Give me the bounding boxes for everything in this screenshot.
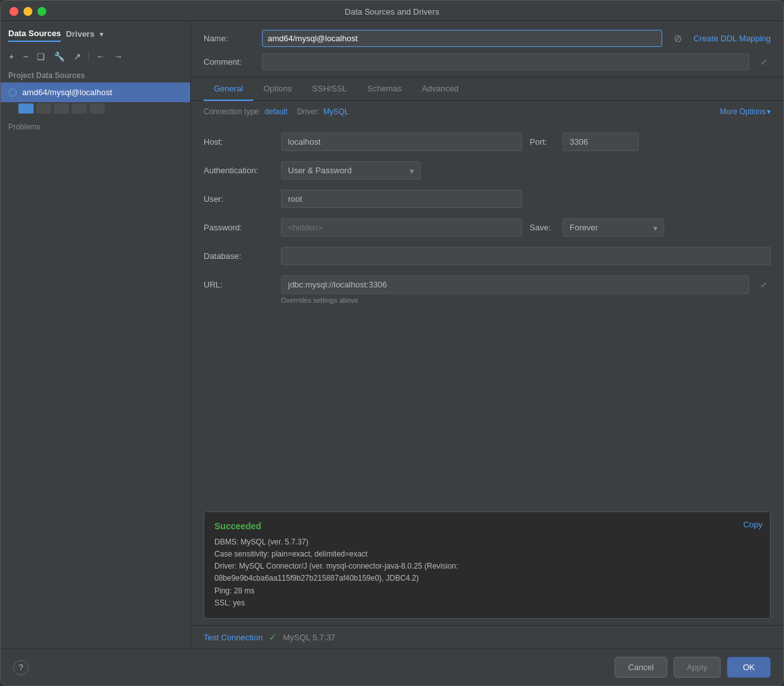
- status-succeeded-label: Succeeded: [214, 521, 760, 531]
- expand-url-button[interactable]: ⤢: [757, 279, 771, 291]
- sub-icon-2: [36, 103, 51, 114]
- wrench-button[interactable]: 🔧: [51, 49, 68, 63]
- save-select-wrapper: Forever Until restart Never: [563, 218, 664, 237]
- save-label: Save:: [530, 223, 555, 232]
- url-label: URL:: [204, 280, 273, 289]
- conn-separator: [291, 107, 293, 116]
- problems-section: Problems: [1, 117, 190, 136]
- url-row: URL: ⤢ Overrides settings above: [204, 275, 771, 304]
- expand-comment-button[interactable]: ⤢: [757, 56, 771, 68]
- tab-schemas[interactable]: Schemas: [357, 77, 412, 101]
- comment-label: Comment:: [204, 57, 254, 67]
- test-connection-check: ✓: [269, 632, 277, 642]
- name-input[interactable]: [262, 30, 662, 47]
- auth-select-wrapper: User & Password No auth Username only: [281, 161, 421, 180]
- form-content: Host: Port: Authentication: User & Passw…: [191, 122, 783, 511]
- user-row: User:: [204, 190, 771, 208]
- copy-button[interactable]: Copy: [743, 520, 762, 529]
- maximize-button[interactable]: [37, 7, 46, 16]
- sub-icon-4: [72, 103, 87, 114]
- url-row-inner: URL: ⤢: [204, 275, 771, 294]
- minimize-button[interactable]: [23, 7, 32, 16]
- content-header: Name: ⊘ Create DDL Mapping Comment: ⤢: [191, 21, 783, 77]
- dialog-title: Data Sources and Drivers: [345, 7, 440, 16]
- content-area: Name: ⊘ Create DDL Mapping Comment: ⤢ Ge…: [191, 21, 783, 649]
- clear-name-button[interactable]: ⊘: [670, 31, 686, 46]
- add-button[interactable]: +: [6, 49, 17, 63]
- host-input[interactable]: [281, 133, 522, 151]
- test-connection-version: MySQL 5.7.37: [283, 633, 336, 642]
- save-select[interactable]: Forever Until restart Never: [563, 218, 664, 237]
- test-connection-button[interactable]: Test Connection: [204, 633, 263, 642]
- sub-icon-3: [54, 103, 69, 114]
- title-bar: Data Sources and Drivers: [1, 1, 783, 21]
- export-button[interactable]: ↗: [70, 49, 84, 63]
- password-label: Password:: [204, 223, 273, 232]
- sub-icon-5: [89, 103, 105, 114]
- url-input[interactable]: [281, 275, 749, 294]
- sidebar-tabs: Data Sources Drivers ▾: [1, 21, 190, 47]
- url-hint: Overrides settings above: [204, 296, 771, 304]
- tab-ssh-ssl[interactable]: SSH/SSL: [302, 77, 357, 101]
- user-label: User:: [204, 194, 273, 204]
- status-details: DBMS: MySQL (ver. 5.7.37) Case sensitivi…: [214, 536, 760, 609]
- database-label: Database:: [204, 251, 273, 261]
- bottom-bar: ? Cancel Apply OK: [1, 649, 783, 685]
- copy-button[interactable]: ❏: [34, 49, 48, 63]
- auth-row: Authentication: User & Password No auth …: [204, 161, 771, 180]
- dialog-window: Data Sources and Drivers Data Sources Dr…: [0, 0, 784, 686]
- comment-row: Comment: ⤢: [204, 53, 771, 70]
- more-options-button[interactable]: More Options ▾: [720, 107, 771, 116]
- database-row: Database:: [204, 247, 771, 265]
- ok-button[interactable]: OK: [727, 657, 771, 678]
- tab-options[interactable]: Options: [253, 77, 302, 101]
- close-button[interactable]: [10, 7, 18, 16]
- auth-select[interactable]: User & Password No auth Username only: [281, 161, 421, 180]
- create-ddl-button[interactable]: Create DDL Mapping: [693, 34, 771, 43]
- sidebar-toolbar: + − ❏ 🔧 ↗ ← →: [1, 47, 190, 66]
- remove-button[interactable]: −: [20, 49, 31, 63]
- forward-button[interactable]: →: [110, 49, 126, 63]
- sidebar-item-amd64-mysql[interactable]: ⬡ amd64/mysql@localhost: [1, 82, 190, 102]
- tab-general[interactable]: General: [204, 77, 253, 101]
- sidebar-sub-icons: [1, 102, 190, 117]
- user-input[interactable]: [281, 190, 522, 208]
- conn-driver-value[interactable]: MySQL: [323, 107, 349, 116]
- comment-input[interactable]: [262, 53, 749, 70]
- tabs-bar: General Options SSH/SSL Schemas Advanced: [191, 77, 783, 101]
- host-port-row: Host: Port:: [204, 133, 771, 151]
- connection-bar: Connection type: default Driver: MySQL M…: [191, 101, 783, 122]
- sidebar-dropdown-icon[interactable]: ▾: [100, 30, 103, 39]
- apply-button[interactable]: Apply: [674, 657, 721, 678]
- bottom-actions: Cancel Apply OK: [615, 657, 771, 678]
- project-data-sources-label: Project Data Sources: [1, 66, 190, 82]
- port-label: Port:: [530, 137, 555, 147]
- port-input[interactable]: [563, 133, 639, 151]
- window-controls: [10, 7, 46, 16]
- tab-data-sources[interactable]: Data Sources: [8, 26, 61, 42]
- sub-icon-1: [18, 103, 34, 114]
- conn-driver-label: Driver:: [297, 107, 319, 116]
- cancel-button[interactable]: Cancel: [615, 657, 667, 678]
- conn-type-value[interactable]: default: [265, 107, 287, 116]
- help-button[interactable]: ?: [13, 660, 29, 675]
- test-connection-bar: Test Connection ✓ MySQL 5.7.37: [191, 625, 783, 649]
- name-row: Name: ⊘ Create DDL Mapping: [204, 30, 771, 47]
- cylinder-icon: ⬡: [8, 86, 17, 98]
- main-layout: Data Sources Drivers ▾ + − ❏ 🔧 ↗ ← → Pro…: [1, 21, 783, 649]
- tab-drivers[interactable]: Drivers: [66, 27, 95, 41]
- database-input[interactable]: [281, 247, 771, 265]
- password-row: Password: Save: Forever Until restart Ne…: [204, 218, 771, 237]
- host-label: Host:: [204, 137, 273, 147]
- name-label: Name:: [204, 34, 254, 43]
- status-box: Succeeded Copy DBMS: MySQL (ver. 5.7.37)…: [204, 511, 771, 619]
- back-button[interactable]: ←: [93, 49, 108, 63]
- sidebar-item-label: amd64/mysql@localhost: [22, 88, 112, 97]
- password-input[interactable]: [281, 218, 522, 237]
- auth-label: Authentication:: [204, 166, 273, 175]
- sidebar: Data Sources Drivers ▾ + − ❏ 🔧 ↗ ← → Pro…: [1, 21, 191, 649]
- toolbar-divider: [88, 51, 89, 62]
- problems-label: Problems: [8, 122, 41, 131]
- tab-advanced[interactable]: Advanced: [412, 77, 469, 101]
- conn-type-label: Connection type:: [204, 107, 261, 116]
